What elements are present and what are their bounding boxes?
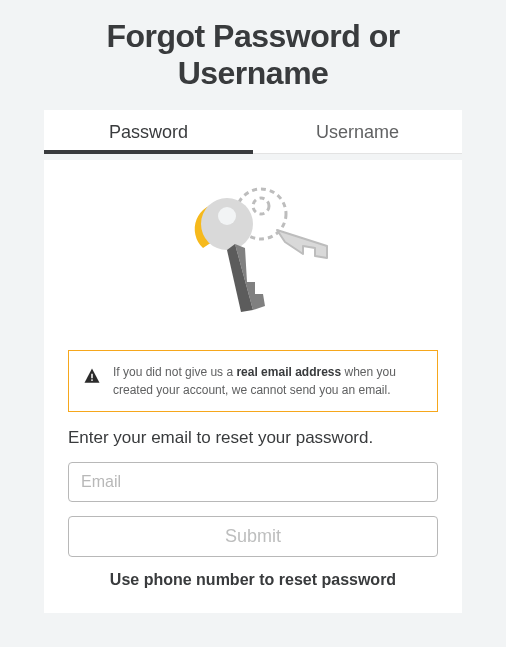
svg-point-1	[253, 198, 269, 214]
svg-point-3	[218, 207, 236, 225]
warning-icon	[83, 367, 101, 389]
tab-password[interactable]: Password	[44, 110, 253, 154]
submit-button[interactable]: Submit	[68, 516, 438, 557]
instruction-text: Enter your email to reset your password.	[68, 428, 438, 448]
page-title: Forgot Password or Username	[44, 18, 462, 92]
warning-alert: If you did not give us a real email addr…	[68, 350, 438, 412]
reset-panel: If you did not give us a real email addr…	[44, 160, 462, 613]
warning-text: If you did not give us a real email addr…	[113, 363, 423, 399]
warning-prefix: If you did not give us a	[113, 365, 236, 379]
tab-bar: Password Username	[44, 110, 462, 154]
svg-rect-6	[91, 373, 93, 378]
key-icon	[68, 180, 438, 330]
svg-rect-7	[91, 379, 93, 381]
warning-bold: real email address	[236, 365, 341, 379]
email-field[interactable]	[68, 462, 438, 502]
use-phone-link[interactable]: Use phone number to reset password	[68, 571, 438, 589]
tab-username[interactable]: Username	[253, 110, 462, 154]
